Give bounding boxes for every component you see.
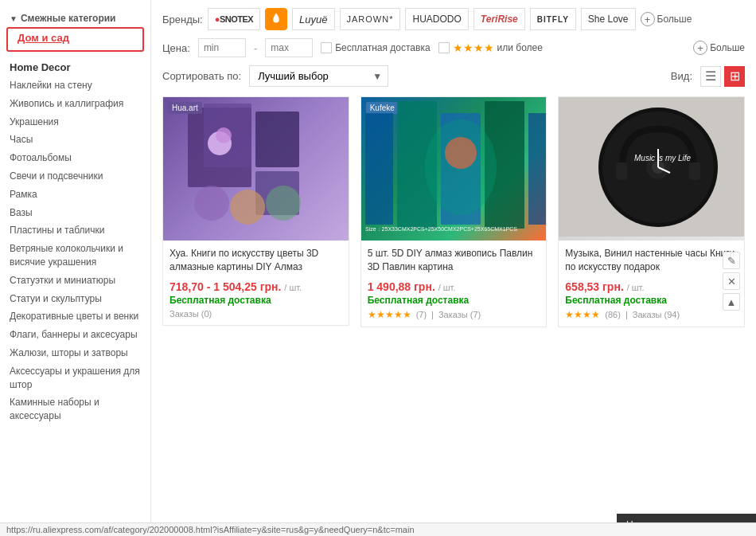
sidebar-item-3[interactable]: Часы xyxy=(0,131,150,149)
price-min-input[interactable] xyxy=(198,38,246,57)
view-icons: ☰ ⊞ xyxy=(700,66,745,87)
svg-rect-9 xyxy=(365,113,393,225)
sidebar-item-14[interactable]: Жалюзи, шторы и затворы xyxy=(0,344,150,362)
brand-shelove[interactable]: She Love xyxy=(581,8,636,30)
product-card-3: Music is my Life Музыка, Винил настенные… xyxy=(558,96,745,327)
product-1-orders: Заказы (0) xyxy=(170,309,212,319)
product-3-orders: Заказы (94) xyxy=(633,310,680,319)
grid-view-icon: ⊞ xyxy=(730,68,740,84)
product-2-info: 5 шт. 5D DIY алмаз живопись Павлин 3D Па… xyxy=(361,241,547,327)
sidebar-related-label: Смежные категории xyxy=(21,13,116,24)
stars-checkbox[interactable] xyxy=(438,42,450,53)
brand-bitfly[interactable]: BITFLY xyxy=(530,8,576,30)
sidebar-item-6[interactable]: Рамка xyxy=(0,186,150,204)
svg-point-5 xyxy=(230,190,265,225)
product-1-info: Хуа. Книги по искусству цветы 3D алмазны… xyxy=(163,241,349,325)
product-1-price: 718,70 - 1 504,25 грн. / шт. xyxy=(170,280,342,293)
card-edit-button[interactable]: ✎ xyxy=(723,252,740,269)
brand-huadodo[interactable]: HUADODO xyxy=(405,8,468,30)
sidebar-item-2[interactable]: Украшения xyxy=(0,113,150,131)
product-3-image: Music is my Life xyxy=(559,97,744,241)
free-delivery-checkbox[interactable] xyxy=(321,42,332,53)
card-up-button[interactable]: ▲ xyxy=(723,293,740,311)
sort-row: Сортировать по: Лучший выбор Цена: по во… xyxy=(162,65,745,87)
price-label: Цена: xyxy=(162,42,190,54)
brands-row: Бренды: ●SNOTEX Luyuë JAROWN* HUADODO Te… xyxy=(162,8,745,30)
svg-text:Music is my Life: Music is my Life xyxy=(634,154,692,162)
sidebar-item-12[interactable]: Декоративные цветы и венки xyxy=(0,307,150,326)
list-view-icon: ☰ xyxy=(705,68,716,84)
product-2-artwork: Size：25X33CMX2PCS+25X50CMX2PCS+25X65CMX1… xyxy=(361,97,547,237)
svg-rect-2 xyxy=(255,112,299,167)
sidebar-item-4[interactable]: Фотоальбомы xyxy=(0,149,150,167)
sidebar-item-0[interactable]: Наклейки на стену xyxy=(0,76,150,95)
brand-bsnotex[interactable]: ●SNOTEX xyxy=(208,8,260,30)
view-label: Вид: xyxy=(671,70,692,82)
sidebar-section: Home Decor xyxy=(0,58,150,76)
main-content: Бренды: ●SNOTEX Luyuë JAROWN* HUADODO Te… xyxy=(151,0,756,536)
product-3-artwork: Music is my Life xyxy=(559,97,744,237)
brand-teririse[interactable]: TeriRise xyxy=(473,8,525,30)
brands-more-button[interactable]: + Больше xyxy=(641,12,692,26)
svg-point-8 xyxy=(216,127,232,143)
sort-label: Сортировать по: xyxy=(162,70,241,82)
product-3-price: 658,53 грн. / шт. xyxy=(565,280,738,293)
filter-plus-icon: + xyxy=(693,41,707,55)
product-3-meta: ★★★★ (86) | Заказы (94) xyxy=(565,309,738,320)
product-3-delivery: Бесплатная доставка xyxy=(565,295,738,306)
sidebar-item-5[interactable]: Свечи и подсвечники xyxy=(0,167,150,186)
product-2-delivery: Бесплатная доставка xyxy=(368,295,540,306)
sidebar-main-link[interactable]: Дом и сад xyxy=(6,27,144,52)
brand-luyue[interactable]: Luyuë xyxy=(292,8,334,30)
sidebar-item-13[interactable]: Флаги, баннеры и аксесуары xyxy=(0,326,150,344)
sidebar-item-15[interactable]: Аксессуары и украшения для штор xyxy=(0,362,150,394)
price-dash: - xyxy=(254,42,257,54)
product-1-badge: Hua.art xyxy=(168,102,202,114)
product-3-title: Музыка, Винил настенные часы Книги по ис… xyxy=(565,247,738,276)
brand-jarown[interactable]: JAROWN* xyxy=(340,8,401,30)
product-1[interactable]: Hua.art xyxy=(162,96,349,326)
sidebar-item-7[interactable]: Вазы xyxy=(0,204,150,222)
product-2-price: 1 490,88 грн. / шт. xyxy=(368,280,540,293)
price-row: Цена: - Бесплатная доставка ★★★★ или бол… xyxy=(162,38,745,57)
product-2-reviews: (7) xyxy=(416,310,427,319)
status-bar-url: https://ru.aliexpress.com/af/category/20… xyxy=(6,525,415,534)
svg-rect-24 xyxy=(689,162,700,180)
svg-rect-13 xyxy=(528,113,547,225)
product-1-title: Хуа. Книги по искусству цветы 3D алмазны… xyxy=(170,247,342,276)
stars-display: ★★★★ xyxy=(453,41,494,54)
product-1-image: Hua.art xyxy=(163,97,349,241)
product-1-meta: Заказы (0) xyxy=(170,309,342,319)
sidebar-item-10[interactable]: Статуэтки и миниатюры xyxy=(0,272,150,290)
list-view-button[interactable]: ☰ xyxy=(700,66,721,87)
svg-point-4 xyxy=(194,186,229,221)
card-close-button[interactable]: ✕ xyxy=(723,272,740,290)
sidebar-item-9[interactable]: Ветряные колокольчики и висячие украшени… xyxy=(0,240,150,272)
products-grid: Hua.art xyxy=(162,96,745,327)
product-2[interactable]: Kufeke Size：25X33CMX2PCS+25X50CMX2PCS+ xyxy=(360,96,548,327)
sort-select[interactable]: Лучший выбор Цена: по возрастанию Цена: … xyxy=(249,65,388,87)
sort-wrapper: Лучший выбор Цена: по возрастанию Цена: … xyxy=(249,65,388,87)
product-2-stars: ★★★★★ xyxy=(368,309,411,320)
sidebar-item-1[interactable]: Живопись и каллиграфия xyxy=(0,95,150,113)
flame-icon xyxy=(269,12,283,26)
product-3-info: Музыка, Винил настенные часы Книги по ис… xyxy=(559,241,744,327)
product-2-orders: Заказы (7) xyxy=(438,310,481,319)
filter-more-button[interactable]: + Больше xyxy=(693,41,745,55)
product-3[interactable]: Music is my Life Музыка, Винил настенные… xyxy=(558,96,745,327)
stars-filter-container[interactable]: ★★★★ или более xyxy=(438,41,543,54)
brands-more-label: Больше xyxy=(657,14,692,25)
product-2-meta: ★★★★★ (7) | Заказы (7) xyxy=(368,309,540,320)
sidebar-header: Смежные категории xyxy=(0,8,150,27)
sidebar-item-16[interactable]: Каминные наборы и аксессуары xyxy=(0,393,150,425)
brand-orange-icon[interactable] xyxy=(265,8,287,30)
price-max-input[interactable] xyxy=(265,38,313,57)
sidebar-item-11[interactable]: Статуи и скульптуры xyxy=(0,290,150,308)
sidebar: Смежные категории Дом и сад Home Decor Н… xyxy=(0,0,151,536)
product-1-delivery: Бесплатная доставка xyxy=(170,295,342,306)
plus-circle-icon: + xyxy=(641,12,655,26)
grid-view-button[interactable]: ⊞ xyxy=(724,66,745,87)
free-delivery-filter[interactable]: Бесплатная доставка xyxy=(321,42,430,53)
sidebar-item-8[interactable]: Пластины и таблички xyxy=(0,221,150,240)
product-2-title: 5 шт. 5D DIY алмаз живопись Павлин 3D Па… xyxy=(368,247,540,276)
